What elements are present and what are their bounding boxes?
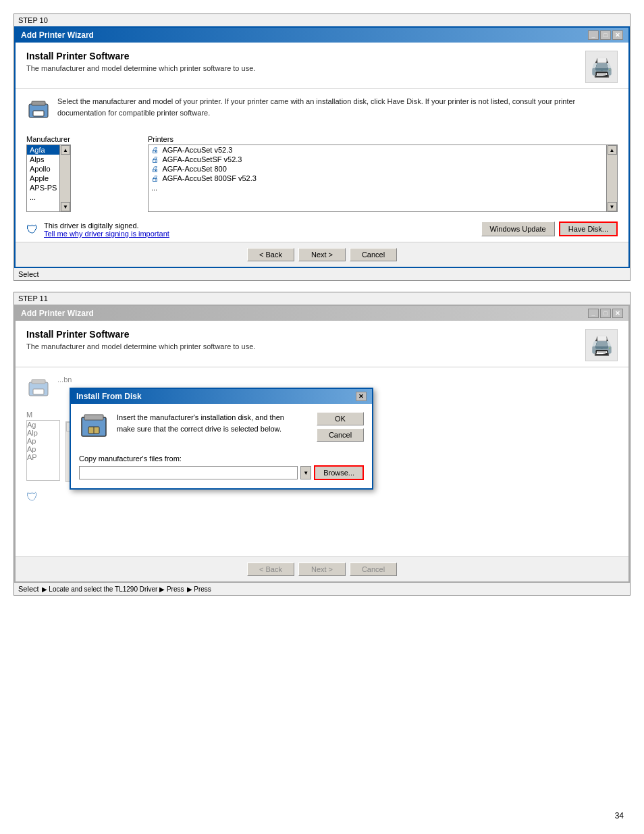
step10-wizard-content: Select the manufacturer and model of you… <box>16 89 628 130</box>
driver-signed-label: This driver is digitally signed. <box>44 221 169 230</box>
manufacturer-item-agfa[interactable]: Agfa <box>27 145 59 155</box>
scrollbar-up-arrow[interactable]: ▲ <box>61 145 70 155</box>
step11-header-subtitle: The manufacturer and model determine whi… <box>26 342 255 350</box>
printers-scrollbar-down[interactable]: ▼ <box>608 202 617 211</box>
step11-wizard-body: Install Printer Software The manufacture… <box>16 321 628 581</box>
svg-rect-4 <box>32 380 45 384</box>
step11-printer-icon: 🖨️ <box>585 329 618 361</box>
dialog-browse-row: ▼ Browse... <box>79 465 364 480</box>
printer-name-4: AGFA-AccuSet 800SF v52.3 <box>162 174 256 182</box>
titlebar-buttons: _ □ ✕ <box>588 30 623 40</box>
step11-mfr-label: M <box>26 411 60 419</box>
driver-signed-container: 🛡 This driver is digitally signed. Tell … <box>26 221 169 238</box>
step11-minimize-button[interactable]: _ <box>588 309 599 318</box>
step11-signed-row: 🛡 <box>16 488 628 507</box>
dialog-disk-icon <box>79 412 109 446</box>
step10-header-title: Install Printer Software <box>26 51 255 61</box>
printer-item-4[interactable]: 🖨 AGFA-AccuSet 800SF v52.3 <box>149 174 606 183</box>
manufacturer-scrollbar[interactable]: ▲ ▼ <box>60 145 71 212</box>
printer-item-1[interactable]: 🖨 AGFA-AccuSet v52.3 <box>149 145 606 155</box>
dialog-cancel-button[interactable]: Cancel <box>317 428 364 442</box>
manufacturer-item-apple[interactable]: Apple <box>27 174 59 183</box>
step10-wizard-title: Add Printer Wizard <box>21 30 94 40</box>
step10-wizard-body: Install Printer Software The manufacture… <box>16 43 628 267</box>
close-button[interactable]: ✕ <box>612 30 623 40</box>
printer-item-2[interactable]: 🖨 AGFA-AccuSetSF v52.3 <box>149 155 606 164</box>
step11-block: STEP 11 Add Printer Wizard _ □ ✕ Install… <box>14 292 630 596</box>
step10-header-subtitle: The manufacturer and model determine whi… <box>26 64 255 72</box>
step11-header-title: Install Printer Software <box>26 329 255 340</box>
printers-scrollbar[interactable]: ▲ ▼ <box>607 145 618 212</box>
svg-rect-5 <box>33 389 44 394</box>
step11-footer-row: Select ▶ Locate and select the TL1290 Dr… <box>14 583 630 595</box>
step11-content-area: ...bn M Ag Alp Ap Ap AP <box>16 367 628 556</box>
scrollbar-down-arrow[interactable]: ▼ <box>61 202 70 211</box>
printer-item-3[interactable]: 🖨 AGFA-AccuSet 800 <box>149 164 606 174</box>
mfr11-item-1: Ag <box>27 421 59 429</box>
step11-mfr-list-container: M Ag Alp Ap Ap AP <box>26 411 60 482</box>
printer-name-5: ... <box>151 184 157 192</box>
mfr11-item-2: Alp <box>27 429 59 437</box>
step10-footer: < Back Next > Cancel <box>16 242 628 267</box>
step10-header-text: Install Printer Software The manufacture… <box>26 51 255 72</box>
printers-list-scroll: 🖨 AGFA-AccuSet v52.3 🖨 AGFA-AccuSetSF v5… <box>148 145 618 212</box>
copy-from-label: Copy manufacturer's files from: <box>79 454 364 463</box>
dialog-ok-button[interactable]: OK <box>317 412 364 425</box>
step11-footer: < Back Next > Cancel <box>16 556 628 581</box>
manufacturer-item-apollo[interactable]: Apollo <box>27 164 59 174</box>
have-disk-button[interactable]: Have Disk... <box>559 221 618 236</box>
manufacturer-list-scroll: Agfa Alps Apollo Apple APS-PS ... ▲ ▼ <box>26 145 141 212</box>
page-container: STEP 10 Add Printer Wizard _ □ ✕ Install… <box>14 14 630 596</box>
minimize-button[interactable]: _ <box>588 30 599 40</box>
printer-icon-1: 🖨 <box>151 146 159 154</box>
dialog-description: Insert the manufacturer's installation d… <box>117 412 308 434</box>
step11-maximize-button[interactable]: □ <box>600 309 611 318</box>
printers-scrollbar-up[interactable]: ▲ <box>608 145 617 155</box>
install-from-disk-dialog: Install From Disk ✕ <box>70 388 373 490</box>
step10-printer-icon: 🖨️ <box>585 51 618 83</box>
step10-next-button[interactable]: Next > <box>298 248 346 261</box>
step10-label: STEP 10 <box>14 14 630 26</box>
step11-cancel-button[interactable]: Cancel <box>350 563 397 576</box>
manufacturer-item-alps[interactable]: Alps <box>27 155 59 164</box>
windows-update-button[interactable]: Windows Update <box>481 221 555 236</box>
step10-description: Select the manufacturer and model of you… <box>57 96 618 118</box>
step10-wizard-header: Install Printer Software The manufacture… <box>16 43 628 89</box>
dialog-action-buttons: OK Cancel <box>317 412 364 442</box>
manufacturer-item-apsps[interactable]: APS-PS <box>27 183 59 192</box>
manufacturer-label: Manufacturer <box>26 135 141 143</box>
copy-from-input[interactable] <box>79 466 298 479</box>
step11-shield-icon: 🛡 <box>26 490 38 504</box>
dialog-content-row: Insert the manufacturer's installation d… <box>79 412 364 446</box>
step11-close-button[interactable]: ✕ <box>612 309 623 318</box>
browse-button[interactable]: Browse... <box>314 465 364 480</box>
step11-next-button[interactable]: Next > <box>298 563 346 576</box>
step11-header-text: Install Printer Software The manufacture… <box>26 329 255 350</box>
svg-rect-7 <box>84 415 103 420</box>
printer-item-5[interactable]: ... <box>149 183 606 192</box>
manufacturer-list-container: Manufacturer Agfa Alps Apollo Apple APS-… <box>26 135 141 212</box>
step11-titlebar-buttons: _ □ ✕ <box>588 309 623 318</box>
svg-rect-2 <box>33 111 44 116</box>
dialog-close-button[interactable]: ✕ <box>356 392 367 401</box>
dialog-titlebar: Install From Disk ✕ <box>71 389 372 404</box>
printers-listbox[interactable]: 🖨 AGFA-AccuSet v52.3 🖨 AGFA-AccuSetSF v5… <box>148 145 607 212</box>
step10-back-button[interactable]: < Back <box>247 248 294 261</box>
manufacturer-item-more[interactable]: ... <box>27 192 59 202</box>
printer-icon-3: 🖨 <box>151 165 159 173</box>
driver-buttons-group: Windows Update Have Disk... <box>481 221 618 236</box>
step11-label: STEP 11 <box>14 292 630 305</box>
maximize-button[interactable]: □ <box>600 30 611 40</box>
printer-name-2: AGFA-AccuSetSF v52.3 <box>162 155 242 163</box>
step10-driver-info: 🛡 This driver is digitally signed. Tell … <box>16 217 628 242</box>
dropdown-arrow[interactable]: ▼ <box>300 466 311 479</box>
manufacturer-listbox[interactable]: Agfa Alps Apollo Apple APS-PS ... <box>26 145 60 212</box>
step11-back-button[interactable]: < Back <box>247 563 294 576</box>
step10-cancel-button[interactable]: Cancel <box>350 248 397 261</box>
dialog-desc-line1: Insert the manufacturer's installation d… <box>117 413 284 421</box>
step10-wizard-window: Add Printer Wizard _ □ ✕ Install Printer… <box>14 26 630 268</box>
driver-signing-link[interactable]: Tell me why driver signing is important <box>44 230 169 238</box>
driver-signed-icon: 🛡 <box>26 223 38 237</box>
step10-lists-section: Manufacturer Agfa Alps Apollo Apple APS-… <box>16 130 628 217</box>
step11-content-icon <box>26 377 51 401</box>
